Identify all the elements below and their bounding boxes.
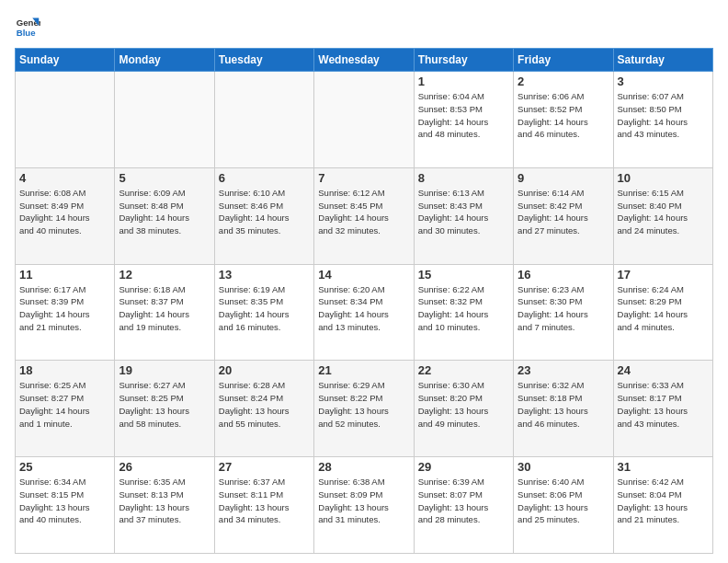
calendar-cell: 4Sunrise: 6:08 AMSunset: 8:49 PMDaylight… [16, 167, 115, 264]
day-info: Sunrise: 6:42 AMSunset: 8:04 PMDaylight:… [618, 476, 709, 526]
day-info: Sunrise: 6:07 AMSunset: 8:50 PMDaylight:… [618, 90, 709, 141]
day-number: 5 [119, 171, 210, 185]
calendar-cell: 20Sunrise: 6:28 AMSunset: 8:24 PMDayligh… [214, 361, 313, 457]
day-info: Sunrise: 6:18 AMSunset: 8:37 PMDaylight:… [119, 283, 210, 334]
day-info: Sunrise: 6:33 AMSunset: 8:17 PMDaylight:… [618, 379, 709, 430]
day-info: Sunrise: 6:25 AMSunset: 8:27 PMDaylight:… [19, 379, 110, 430]
week-row-5: 25Sunrise: 6:34 AMSunset: 8:15 PMDayligh… [16, 457, 713, 554]
day-info: Sunrise: 6:13 AMSunset: 8:43 PMDaylight:… [418, 187, 509, 237]
calendar-cell: 7Sunrise: 6:12 AMSunset: 8:45 PMDaylight… [314, 167, 414, 264]
calendar-cell: 17Sunrise: 6:24 AMSunset: 8:29 PMDayligh… [613, 264, 712, 361]
day-number: 22 [418, 363, 509, 377]
calendar-cell: 23Sunrise: 6:32 AMSunset: 8:18 PMDayligh… [514, 361, 613, 457]
day-number: 26 [119, 460, 210, 474]
day-number: 25 [19, 460, 110, 474]
day-number: 29 [418, 460, 509, 474]
weekday-sunday: Sunday [16, 49, 115, 72]
day-number: 20 [219, 363, 310, 377]
day-number: 18 [19, 363, 110, 377]
day-number: 24 [618, 363, 709, 377]
day-number: 12 [119, 268, 210, 282]
calendar-cell: 9Sunrise: 6:14 AMSunset: 8:42 PMDaylight… [514, 167, 613, 264]
day-number: 16 [518, 268, 609, 282]
calendar-cell: 19Sunrise: 6:27 AMSunset: 8:25 PMDayligh… [115, 361, 214, 457]
day-number: 14 [318, 268, 409, 282]
svg-text:Blue: Blue [17, 28, 36, 38]
calendar-cell: 1Sunrise: 6:04 AMSunset: 8:53 PMDaylight… [414, 72, 513, 168]
calendar-cell: 22Sunrise: 6:30 AMSunset: 8:20 PMDayligh… [414, 361, 513, 457]
calendar-cell: 18Sunrise: 6:25 AMSunset: 8:27 PMDayligh… [16, 361, 115, 457]
calendar-cell [115, 72, 214, 168]
day-info: Sunrise: 6:23 AMSunset: 8:30 PMDaylight:… [518, 283, 609, 334]
day-number: 8 [418, 171, 509, 185]
calendar-cell [314, 72, 414, 168]
day-number: 10 [618, 171, 709, 185]
day-number: 13 [219, 268, 310, 282]
calendar-cell: 29Sunrise: 6:39 AMSunset: 8:07 PMDayligh… [414, 457, 513, 554]
day-number: 28 [318, 460, 409, 474]
day-info: Sunrise: 6:19 AMSunset: 8:35 PMDaylight:… [219, 283, 310, 334]
calendar-cell: 30Sunrise: 6:40 AMSunset: 8:06 PMDayligh… [514, 457, 613, 554]
weekday-wednesday: Wednesday [314, 49, 414, 72]
day-info: Sunrise: 6:10 AMSunset: 8:46 PMDaylight:… [219, 187, 310, 237]
day-info: Sunrise: 6:22 AMSunset: 8:32 PMDaylight:… [418, 283, 509, 334]
calendar-cell [214, 72, 313, 168]
day-info: Sunrise: 6:34 AMSunset: 8:15 PMDaylight:… [19, 476, 110, 526]
weekday-friday: Friday [514, 49, 613, 72]
day-number: 1 [418, 75, 509, 88]
day-number: 11 [19, 268, 110, 282]
calendar-cell: 10Sunrise: 6:15 AMSunset: 8:40 PMDayligh… [613, 167, 712, 264]
page: General Blue SundayMondayTuesdayWednesda… [0, 0, 728, 563]
day-number: 4 [19, 171, 110, 185]
day-info: Sunrise: 6:12 AMSunset: 8:45 PMDaylight:… [318, 187, 409, 237]
day-number: 19 [119, 363, 210, 377]
day-number: 3 [618, 75, 709, 88]
calendar-cell: 31Sunrise: 6:42 AMSunset: 8:04 PMDayligh… [613, 457, 712, 554]
calendar-cell: 8Sunrise: 6:13 AMSunset: 8:43 PMDaylight… [414, 167, 513, 264]
day-info: Sunrise: 6:14 AMSunset: 8:42 PMDaylight:… [518, 187, 609, 237]
calendar-cell: 24Sunrise: 6:33 AMSunset: 8:17 PMDayligh… [613, 361, 712, 457]
day-number: 6 [219, 171, 310, 185]
day-info: Sunrise: 6:30 AMSunset: 8:20 PMDaylight:… [418, 379, 509, 430]
weekday-saturday: Saturday [613, 49, 712, 72]
week-row-1: 1Sunrise: 6:04 AMSunset: 8:53 PMDaylight… [16, 72, 713, 168]
week-row-3: 11Sunrise: 6:17 AMSunset: 8:39 PMDayligh… [16, 264, 713, 361]
logo: General Blue [15, 15, 40, 40]
calendar-cell: 21Sunrise: 6:29 AMSunset: 8:22 PMDayligh… [314, 361, 414, 457]
weekday-header-row: SundayMondayTuesdayWednesdayThursdayFrid… [16, 49, 713, 72]
calendar-cell: 11Sunrise: 6:17 AMSunset: 8:39 PMDayligh… [16, 264, 115, 361]
calendar-cell: 14Sunrise: 6:20 AMSunset: 8:34 PMDayligh… [314, 264, 414, 361]
day-info: Sunrise: 6:35 AMSunset: 8:13 PMDaylight:… [119, 476, 210, 526]
day-info: Sunrise: 6:37 AMSunset: 8:11 PMDaylight:… [219, 476, 310, 526]
calendar-cell: 2Sunrise: 6:06 AMSunset: 8:52 PMDaylight… [514, 72, 613, 168]
calendar-cell: 3Sunrise: 6:07 AMSunset: 8:50 PMDaylight… [613, 72, 712, 168]
day-info: Sunrise: 6:15 AMSunset: 8:40 PMDaylight:… [618, 187, 709, 237]
calendar-cell: 6Sunrise: 6:10 AMSunset: 8:46 PMDaylight… [214, 167, 313, 264]
day-info: Sunrise: 6:28 AMSunset: 8:24 PMDaylight:… [219, 379, 310, 430]
day-info: Sunrise: 6:32 AMSunset: 8:18 PMDaylight:… [518, 379, 609, 430]
calendar-cell: 13Sunrise: 6:19 AMSunset: 8:35 PMDayligh… [214, 264, 313, 361]
day-number: 17 [618, 268, 709, 282]
day-number: 21 [318, 363, 409, 377]
weekday-tuesday: Tuesday [214, 49, 313, 72]
week-row-4: 18Sunrise: 6:25 AMSunset: 8:27 PMDayligh… [16, 361, 713, 457]
day-number: 27 [219, 460, 310, 474]
day-info: Sunrise: 6:24 AMSunset: 8:29 PMDaylight:… [618, 283, 709, 334]
day-number: 9 [518, 171, 609, 185]
day-info: Sunrise: 6:17 AMSunset: 8:39 PMDaylight:… [19, 283, 110, 334]
day-info: Sunrise: 6:27 AMSunset: 8:25 PMDaylight:… [119, 379, 210, 430]
calendar-cell: 26Sunrise: 6:35 AMSunset: 8:13 PMDayligh… [115, 457, 214, 554]
calendar-cell: 27Sunrise: 6:37 AMSunset: 8:11 PMDayligh… [214, 457, 313, 554]
calendar-cell: 5Sunrise: 6:09 AMSunset: 8:48 PMDaylight… [115, 167, 214, 264]
calendar-cell: 15Sunrise: 6:22 AMSunset: 8:32 PMDayligh… [414, 264, 513, 361]
day-number: 7 [318, 171, 409, 185]
day-number: 2 [518, 75, 609, 88]
calendar-cell: 12Sunrise: 6:18 AMSunset: 8:37 PMDayligh… [115, 264, 214, 361]
day-info: Sunrise: 6:40 AMSunset: 8:06 PMDaylight:… [518, 476, 609, 526]
calendar-table: SundayMondayTuesdayWednesdayThursdayFrid… [15, 48, 713, 554]
week-row-2: 4Sunrise: 6:08 AMSunset: 8:49 PMDaylight… [16, 167, 713, 264]
calendar-cell [16, 72, 115, 168]
day-info: Sunrise: 6:06 AMSunset: 8:52 PMDaylight:… [518, 90, 609, 141]
day-info: Sunrise: 6:29 AMSunset: 8:22 PMDaylight:… [318, 379, 409, 430]
day-info: Sunrise: 6:09 AMSunset: 8:48 PMDaylight:… [119, 187, 210, 237]
